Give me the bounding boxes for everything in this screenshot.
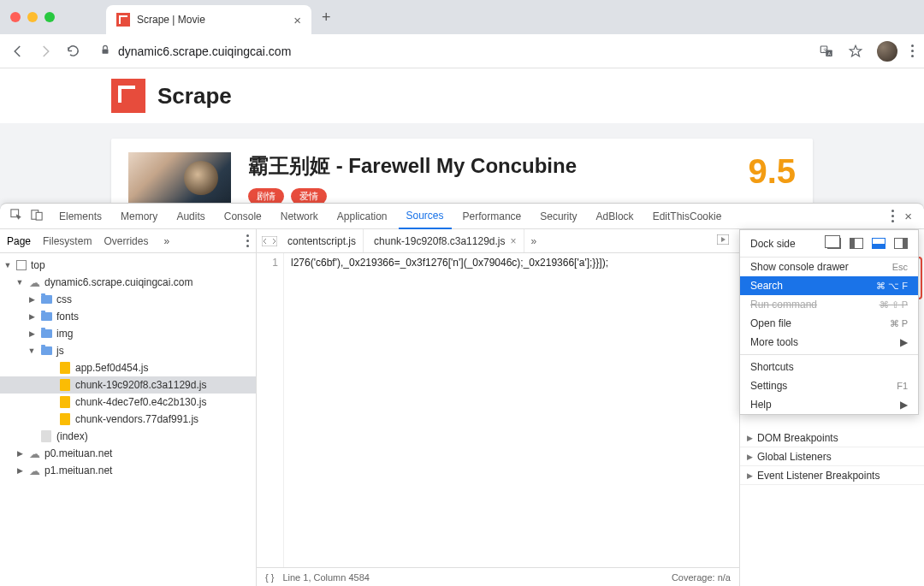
browser-menu-button[interactable] — [911, 44, 914, 57]
file-tabs-overflow-icon[interactable]: » — [531, 235, 537, 247]
tree-folder-img[interactable]: img — [0, 325, 256, 342]
menu-shortcuts[interactable]: Shortcuts — [740, 358, 918, 376]
tab-title: Scrape | Movie — [137, 14, 287, 26]
dockside-label: Dock side — [750, 238, 796, 250]
devtools-tab-audits[interactable]: Audits — [169, 204, 212, 228]
devtools-dropdown-menu: Dock side Show console drawerEsc Search⌘… — [739, 229, 919, 415]
cursor-position: Line 1, Column 4584 — [282, 572, 370, 583]
file-tab-active[interactable]: chunk-19c920f8.c3a1129d.js× — [367, 229, 524, 252]
translate-icon[interactable]: 文A — [819, 44, 834, 59]
tree-index[interactable]: (index) — [0, 428, 256, 445]
forward-button[interactable] — [38, 44, 53, 59]
close-file-icon[interactable]: × — [511, 235, 517, 247]
device-toolbar-icon[interactable] — [31, 209, 43, 223]
panel-dom-breakpoints[interactable]: ▶DOM Breakpoints — [740, 429, 924, 447]
devtools-tab-elements[interactable]: Elements — [51, 204, 110, 228]
menu-settings[interactable]: SettingsF1 — [740, 376, 918, 395]
file-tab[interactable]: contentscript.js — [281, 229, 364, 252]
site-logo[interactable] — [111, 79, 145, 113]
movie-title: 霸王别姬 - Farewell My Concubine — [248, 152, 731, 180]
devtools-tab-performance[interactable]: Performance — [455, 204, 530, 228]
inspect-element-icon[interactable] — [10, 209, 22, 223]
site-header: Scrape — [0, 68, 924, 123]
devtools-tab-network[interactable]: Network — [273, 204, 326, 228]
devtools-tab-application[interactable]: Application — [329, 204, 395, 228]
menu-show-console[interactable]: Show console drawerEsc — [740, 257, 918, 276]
nav-tab-page[interactable]: Page — [7, 235, 31, 247]
menu-search[interactable]: Search⌘ ⌥ F — [740, 276, 918, 295]
dock-left[interactable] — [850, 238, 863, 249]
svg-text:A: A — [828, 50, 832, 56]
tree-top[interactable]: top — [0, 257, 256, 274]
new-tab-button[interactable]: + — [322, 9, 331, 27]
back-button[interactable] — [10, 44, 26, 59]
close-tab-icon[interactable]: × — [293, 13, 301, 27]
cloud-icon — [28, 447, 40, 459]
tree-file-js[interactable]: chunk-4dec7ef0.e4c2b130.js — [0, 394, 256, 411]
devtools-tab-memory[interactable]: Memory — [113, 204, 165, 228]
panel-global-listeners[interactable]: ▶Global Listeners — [740, 447, 924, 466]
maximize-window-button[interactable] — [44, 12, 55, 22]
lock-icon[interactable] — [99, 44, 111, 58]
tree-file-js-selected[interactable]: chunk-19c920f8.c3a1129d.js — [0, 376, 256, 394]
window-controls — [10, 12, 55, 22]
site-brand: Scrape — [157, 83, 232, 110]
browser-tab[interactable]: Scrape | Movie × — [106, 5, 311, 34]
tree-folder-js[interactable]: js — [0, 342, 256, 359]
devtools-tab-adblock[interactable]: AdBlock — [589, 204, 642, 228]
reload-button[interactable] — [65, 44, 80, 59]
menu-run-command[interactable]: Run command⌘ ⇧ P — [740, 295, 918, 314]
file-tree: top dynamic6.scrape.cuiqingcai.com css f… — [0, 253, 256, 586]
cloud-icon — [28, 276, 40, 288]
tree-folder-css[interactable]: css — [0, 291, 256, 308]
dock-right[interactable] — [894, 238, 908, 249]
close-window-button[interactable] — [10, 12, 21, 22]
nav-tab-filesystem[interactable]: Filesystem — [43, 235, 92, 247]
bookmark-star-icon[interactable] — [848, 44, 863, 59]
browser-titlebar: Scrape | Movie × + — [0, 0, 924, 34]
file-history-nav[interactable] — [262, 236, 277, 246]
tab-favicon — [116, 13, 130, 27]
url-text: dynamic6.scrape.cuiqingcai.com — [118, 44, 291, 58]
dock-undock[interactable] — [827, 238, 841, 249]
devtools-tab-security[interactable]: Security — [532, 204, 584, 228]
coverage-status: Coverage: n/a — [672, 572, 731, 583]
tree-domain-other[interactable]: p1.meituan.net — [0, 462, 256, 479]
nav-tab-overrides[interactable]: Overrides — [104, 235, 148, 247]
devtools-tabbar: Elements Memory Audits Console Network A… — [0, 204, 924, 229]
devtools-tab-console[interactable]: Console — [216, 204, 270, 228]
browser-toolbar: dynamic6.scrape.cuiqingcai.com 文A — [0, 34, 924, 68]
pretty-print-icon[interactable]: { } — [265, 572, 274, 583]
menu-open-file[interactable]: Open file⌘ P — [740, 314, 918, 333]
svg-text:文: 文 — [823, 47, 827, 52]
address-bar[interactable]: dynamic6.scrape.cuiqingcai.com — [92, 44, 807, 58]
tree-file-js[interactable]: chunk-vendors.77daf991.js — [0, 411, 256, 428]
line-gutter: 1 — [257, 253, 284, 567]
devtools-tab-sources[interactable]: Sources — [399, 204, 452, 229]
editor-statusbar: { }Line 1, Column 4584 Coverage: n/a — [257, 567, 739, 586]
devtools-tab-editthiscookie[interactable]: EditThisCookie — [645, 204, 730, 228]
profile-avatar[interactable] — [877, 41, 897, 62]
toggle-debugger-icon[interactable] — [717, 234, 734, 247]
devtools-panel: Elements Memory Audits Console Network A… — [0, 203, 924, 586]
menu-help[interactable]: Help▶ — [740, 395, 918, 414]
tree-folder-fonts[interactable]: fonts — [0, 308, 256, 325]
nav-more-icon[interactable] — [246, 234, 249, 247]
tree-domain[interactable]: dynamic6.scrape.cuiqingcai.com — [0, 274, 256, 291]
panel-event-listener-breakpoints[interactable]: ▶Event Listener Breakpoints — [740, 466, 924, 485]
svg-rect-7 — [36, 212, 42, 220]
minimize-window-button[interactable] — [27, 12, 38, 22]
sources-editor: contentscript.js chunk-19c920f8.c3a1129d… — [257, 229, 739, 586]
nav-tabs-overflow-icon[interactable]: » — [163, 235, 169, 247]
code-content[interactable]: l276('c6bf'),_0x219366=_0x3f1276['n'](_0… — [284, 253, 739, 567]
tree-file-js[interactable]: app.5ef0d454.js — [0, 359, 256, 376]
sources-navigator: Page Filesystem Overrides » top dynamic6… — [0, 229, 257, 586]
movie-thumbnail[interactable] — [128, 152, 231, 210]
devtools-menu-button[interactable] — [891, 210, 894, 222]
movie-rating: 9.5 — [748, 152, 796, 191]
dock-bottom[interactable] — [872, 238, 886, 249]
menu-more-tools[interactable]: More tools▶ — [740, 333, 918, 352]
svg-rect-0 — [103, 49, 109, 53]
tree-domain-other[interactable]: p0.meituan.net — [0, 445, 256, 462]
devtools-close-icon[interactable]: × — [904, 209, 912, 223]
